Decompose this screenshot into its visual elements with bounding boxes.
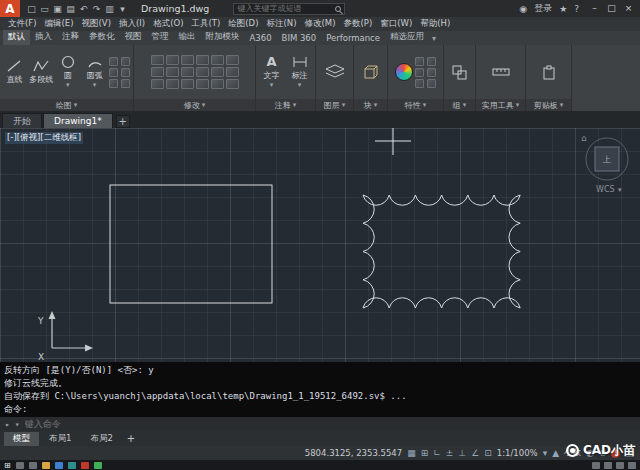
ribbon-tab-performance[interactable]: Performance [321, 32, 385, 45]
command-customize-icon[interactable]: ▸ [5, 420, 10, 429]
open-file-icon[interactable]: ▭ [38, 4, 51, 14]
panel-title-draw[interactable]: 绘图 ▾ [0, 99, 133, 111]
maximize-button[interactable]: □ [603, 1, 620, 16]
viewport-controls[interactable]: [-][俯视][二维线框] [5, 132, 83, 144]
ribbon-mini-tool[interactable] [211, 79, 224, 89]
ribbon-tab-output[interactable]: 输出 [174, 30, 201, 45]
tool-dimension[interactable]: 标注 ▾ [287, 55, 313, 89]
file-tab-start[interactable]: 开始 [2, 113, 42, 128]
panel-title-annotation[interactable]: 注释 ▾ [256, 99, 315, 111]
ribbon-tab-addins[interactable]: 附加模块 [201, 30, 245, 45]
ribbon-mini-tool[interactable] [121, 57, 130, 66]
isolate-objects-icon[interactable]: ◐ [586, 448, 594, 458]
menu-view[interactable]: 视图(V) [78, 18, 115, 30]
viewcube[interactable]: 上 [586, 138, 628, 180]
panel-title-properties[interactable]: 特性 ▾ [388, 99, 443, 111]
tab-layout2[interactable]: 布局2 [81, 432, 121, 446]
exchange-apps-icon[interactable]: ★ [559, 4, 567, 14]
command-input-bar[interactable]: ▸ ▾ [0, 417, 640, 431]
undo-icon[interactable]: ↶ [77, 4, 90, 14]
tool-measure[interactable] [488, 65, 514, 79]
ribbon-mini-tool[interactable] [151, 55, 164, 65]
tool-arc[interactable]: 圆弧 ▾ [82, 55, 107, 89]
qat-dropdown-icon[interactable]: ▾ [116, 4, 129, 14]
ribbon-tab-featured[interactable]: 精选应用 [385, 30, 429, 45]
menu-format[interactable]: 格式(O) [149, 18, 187, 30]
ortho-icon[interactable]: ⊥ [458, 448, 466, 458]
ribbon-mini-tool[interactable] [151, 79, 164, 89]
ribbon-mini-tool[interactable] [181, 67, 194, 77]
start-button[interactable]: ⊞ [4, 461, 11, 470]
tab-model[interactable]: 模型 [4, 432, 39, 446]
drawn-rectangle[interactable] [110, 185, 272, 303]
ribbon-tab-insert[interactable]: 插入 [30, 30, 57, 45]
ribbon-mini-tool[interactable] [121, 79, 130, 88]
menu-tools[interactable]: 工具(T) [187, 18, 224, 30]
ribbon-tab-a360[interactable]: A360 [245, 32, 277, 45]
help-search-box[interactable] [233, 3, 345, 15]
ribbon-mini-tool[interactable] [427, 68, 436, 77]
fullscreen-icon[interactable]: ▣ [625, 448, 634, 458]
polar-tracking-icon[interactable]: ∠ [471, 448, 479, 458]
tool-polyline[interactable]: 多段线 [29, 59, 54, 85]
app-menu-button[interactable]: A [0, 0, 20, 17]
revision-cloud[interactable] [363, 195, 520, 308]
menu-file[interactable]: 文件(F) [4, 18, 41, 30]
tool-text[interactable]: A 文字 ▾ [259, 55, 285, 89]
infer-constraints-icon[interactable]: ∟ [433, 448, 441, 458]
ribbon-mini-tool[interactable] [226, 55, 239, 65]
menu-draw[interactable]: 绘图(D) [224, 18, 262, 30]
close-button[interactable]: × [620, 1, 637, 16]
tab-layout1[interactable]: 布局1 [40, 432, 80, 446]
ribbon-mini-tool[interactable] [151, 67, 164, 77]
wechat-icon[interactable] [94, 462, 102, 469]
search-input[interactable] [237, 4, 335, 13]
ribbon-tabs-dropdown-icon[interactable]: ▾ [429, 34, 439, 45]
ribbon-tab-parametric[interactable]: 参数化 [84, 30, 120, 45]
new-drawing-button[interactable]: + [116, 115, 130, 128]
ribbon-mini-tool[interactable] [415, 68, 424, 77]
home-icon[interactable]: ⌂ [581, 133, 587, 143]
command-recent-icon[interactable]: ▾ [15, 420, 20, 429]
browser-icon[interactable] [55, 462, 63, 469]
search-taskbar-icon[interactable] [16, 462, 24, 469]
help-icon[interactable]: ? [574, 4, 579, 14]
ribbon-mini-tool[interactable] [121, 68, 130, 77]
annotation-visibility-icon[interactable]: ▲ [552, 448, 559, 458]
drawing-canvas[interactable]: [-][俯视][二维线框] Y X ⌂ 上 WCS ▾ [0, 128, 640, 362]
ribbon-mini-tool[interactable] [211, 67, 224, 77]
menu-edit[interactable]: 编辑(E) [41, 18, 78, 30]
ribbon-mini-tool[interactable] [109, 57, 118, 66]
ribbon-mini-tool[interactable] [226, 79, 239, 89]
search-icon[interactable] [335, 6, 341, 12]
file-explorer-icon[interactable] [42, 462, 50, 469]
gear-icon[interactable]: ⊛ [599, 448, 607, 458]
menu-dimension[interactable]: 标注(N) [262, 18, 300, 30]
ribbon-mini-tool[interactable] [196, 79, 209, 89]
dynamic-input-icon[interactable]: ± [446, 448, 454, 458]
plot-icon[interactable]: ▥ [103, 4, 116, 14]
redo-icon[interactable]: ↷ [90, 4, 103, 14]
object-snap-icon[interactable]: ⊡ [484, 448, 492, 458]
notification-badge[interactable]: ! [611, 449, 620, 458]
tray-icon[interactable] [592, 462, 600, 469]
task-view-icon[interactable] [29, 462, 37, 469]
ribbon-mini-tool[interactable] [109, 79, 118, 88]
file-tab-drawing1[interactable]: Drawing1* [43, 113, 113, 128]
tool-insert-block[interactable] [358, 64, 384, 80]
menu-window[interactable]: 窗口(W) [376, 18, 416, 30]
ribbon-mini-tool[interactable] [226, 67, 239, 77]
snap-icon[interactable]: ⊞ [421, 448, 429, 458]
ribbon-mini-tool[interactable] [415, 79, 424, 88]
ribbon-mini-tool[interactable] [166, 55, 179, 65]
ribbon-mini-tool[interactable] [166, 79, 179, 89]
office-app-icon[interactable] [68, 462, 76, 469]
tool-layer-properties[interactable] [322, 64, 348, 80]
panel-title-groups[interactable]: 组 ▾ [444, 99, 475, 111]
ribbon-mini-tool[interactable] [109, 68, 118, 77]
panel-title-block[interactable]: 块 ▾ [354, 99, 387, 111]
tray-icon[interactable] [604, 462, 612, 469]
grid-icon[interactable]: ▦ [407, 448, 416, 458]
new-layout-button[interactable]: + [127, 433, 135, 444]
minimize-button[interactable]: – [586, 1, 603, 16]
